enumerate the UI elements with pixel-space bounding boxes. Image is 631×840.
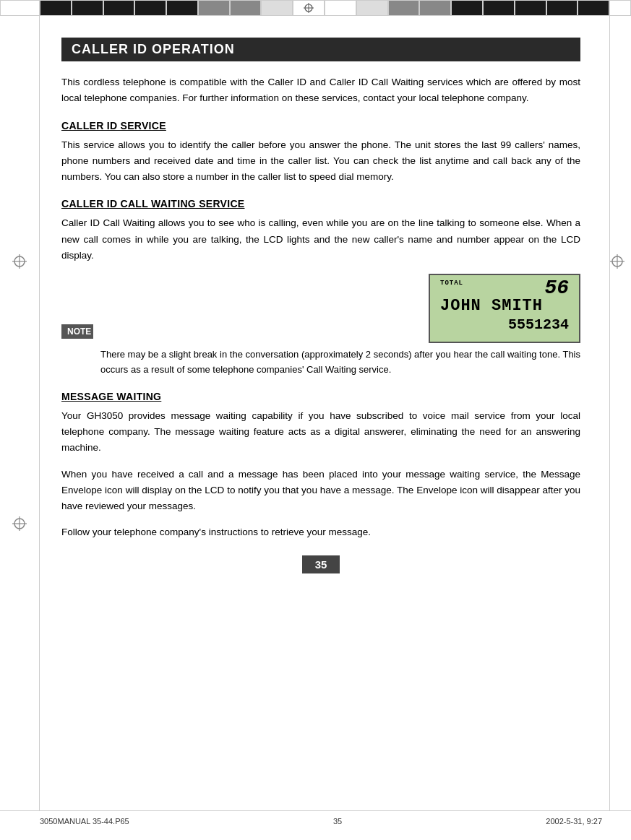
note-text-container: There may be a slight break in the conve… [61, 347, 580, 378]
caller-id-call-waiting-body: Caller ID Call Waiting allows you to see… [61, 215, 580, 264]
lcd-display: TOTAL 56 JOHN SMITH 5551234 [429, 274, 580, 343]
caller-id-service-body: This service allows you to identify the … [61, 137, 580, 186]
message-waiting-para-1: Your GH3050 provides message waiting cap… [61, 408, 580, 456]
note-body-text: There may be a slight break in the conve… [100, 347, 580, 378]
note-section: NOTE [61, 274, 458, 342]
footer-right: 2002-5-31, 9:27 [546, 817, 602, 826]
caller-id-call-waiting-heading: CALLER ID CALL WAITING SERVICE [61, 198, 580, 209]
main-content: CALLER ID OPERATION This cordless teleph… [40, 16, 609, 810]
left-margin [0, 16, 40, 810]
left-crosshair-2 [12, 516, 27, 533]
message-waiting-para-2: When you have received a call and a mess… [61, 467, 580, 515]
section-title-banner: CALLER ID OPERATION [61, 38, 580, 61]
lcd-total-label: TOTAL [440, 280, 463, 287]
message-waiting-para-3: Follow your telephone company's instruct… [61, 524, 580, 540]
lcd-wrapper: TOTAL 56 JOHN SMITH 5551234 [429, 274, 580, 343]
note-label-box: NOTE [61, 324, 93, 342]
page-wrapper: CALLER ID OPERATION This cordless teleph… [0, 16, 631, 810]
footer: 3050MANUAL 35-44.P65 35 2002-5-31, 9:27 [0, 810, 631, 831]
lcd-name: JOHN SMITH [440, 297, 569, 315]
footer-center: 35 [333, 817, 342, 826]
lcd-number: 56 [544, 277, 569, 299]
note-label: NOTE [61, 324, 93, 339]
lcd-phone: 5551234 [440, 316, 569, 333]
top-decorative-bar [0, 0, 631, 16]
left-crosshair [12, 254, 27, 271]
bottom-page-bar: 35 [61, 555, 580, 573]
caller-id-service-heading: CALLER ID SERVICE [61, 120, 580, 131]
right-margin [609, 16, 631, 810]
intro-paragraph: This cordless telephone is compatible wi… [61, 74, 580, 107]
right-crosshair [610, 254, 631, 271]
page-number: 35 [302, 555, 340, 573]
message-waiting-heading: MESSAGE WAITING [61, 391, 580, 402]
footer-left: 3050MANUAL 35-44.P65 [40, 817, 129, 826]
section-title-text: CALLER ID OPERATION [72, 42, 235, 56]
lcd-note-container: NOTE TOTAL 56 JOHN SMITH 5551234 [61, 274, 580, 343]
